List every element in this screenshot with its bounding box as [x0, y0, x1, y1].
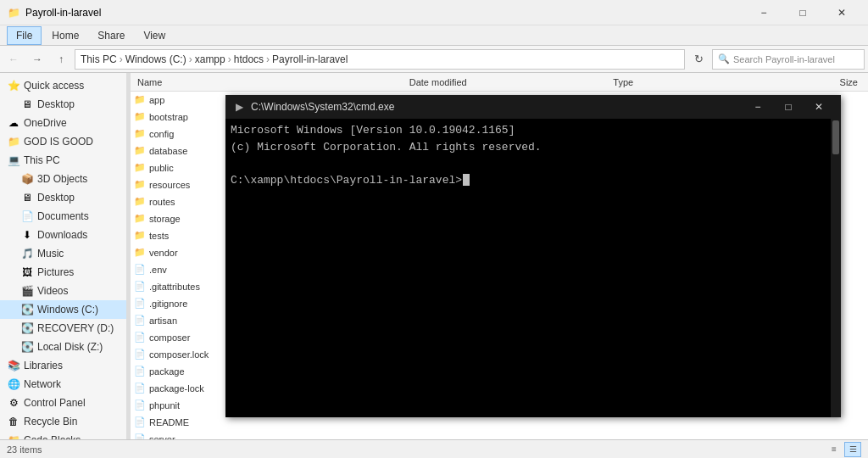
sidebar-item-desktop[interactable]: 🖥Desktop [0, 188, 126, 207]
refresh-button[interactable]: ↻ [688, 49, 709, 70]
sidebar-item-downloads[interactable]: ⬇Downloads [0, 226, 126, 244]
cmd-line-3 [231, 155, 836, 172]
col-header-name[interactable]: Name [134, 77, 409, 87]
windows-c-label: Windows (C:) [37, 304, 98, 316]
window-title: Payroll-in-laravel [25, 7, 744, 19]
file-icon: 📄 [134, 264, 146, 276]
maximize-button[interactable]: □ [783, 0, 822, 25]
ribbon-tab-home[interactable]: Home [43, 26, 87, 45]
search-box[interactable]: 🔍 Search Payroll-in-laravel [712, 49, 865, 70]
sidebar-item-quick-access[interactable]: ⭐Quick access [0, 76, 126, 95]
sidebar-item-recovery-d[interactable]: 💽RECOVERY (D:) [0, 319, 126, 338]
sidebar-item-pictures[interactable]: 🖼Pictures [0, 263, 126, 282]
sidebar-item-god-is-good[interactable]: 📁GOD IS GOOD [0, 132, 126, 151]
music-label: Music [37, 248, 64, 260]
file-row[interactable]: 📄server [131, 431, 868, 439]
file-name-20: 📄server [134, 433, 407, 440]
breadcrumb-xampp[interactable]: xampp [195, 53, 225, 65]
cmd-cursor [463, 174, 470, 186]
control-panel-label: Control Panel [24, 397, 86, 409]
control-panel-icon: ⚙ [7, 396, 20, 410]
breadcrumb-payroll[interactable]: Payroll-in-laravel [272, 53, 348, 65]
sidebar-item-windows-c[interactable]: 💽Windows (C:) [0, 300, 126, 319]
recycle-bin-label: Recycle Bin [24, 416, 77, 427]
downloads-icon: ⬇ [20, 228, 34, 242]
cmd-title-text: C:\Windows\System32\cmd.exe [251, 101, 737, 113]
folder-icon: 📁 [134, 179, 146, 191]
cmd-line-1: Microsoft Windows [Version 10.0.19042.11… [231, 122, 836, 139]
file-icon: 📄 [134, 399, 146, 411]
sidebar-item-desktop-qa[interactable]: 🖥Desktop [0, 95, 126, 114]
address-path[interactable]: This PC › Windows (C:) › xampp › htdocs … [75, 49, 685, 70]
god-is-good-icon: 📁 [7, 135, 20, 148]
item-count: 23 items [7, 444, 42, 455]
file-icon: 📄 [134, 416, 146, 428]
sidebar-item-network[interactable]: 🌐Network [0, 375, 126, 394]
recovery-d-icon: 💽 [20, 321, 34, 335]
sidebar-item-music[interactable]: 🎵Music [0, 244, 126, 263]
sidebar-item-code-blocks[interactable]: 📁Code Blocks [0, 431, 126, 439]
desktop-qa-icon: 🖥 [20, 98, 34, 111]
col-header-type[interactable]: Type [613, 77, 748, 87]
breadcrumb-this-pc[interactable]: This PC [81, 53, 117, 65]
this-pc-label: This PC [24, 154, 60, 166]
folder-icon: 📁 [134, 94, 146, 106]
sidebar-group: ⭐Quick access🖥Desktop☁OneDrive📁GOD IS GO… [0, 73, 126, 439]
sidebar-item-onedrive[interactable]: ☁OneDrive [0, 114, 126, 132]
file-icon: 📄 [134, 433, 146, 440]
documents-icon: 📄 [20, 209, 34, 223]
local-z-icon: 💽 [20, 340, 34, 354]
ribbon-tab-file[interactable]: File [7, 26, 42, 45]
network-label: Network [24, 378, 61, 390]
breadcrumb-htdocs[interactable]: htdocs [234, 53, 264, 65]
file-icon: 📄 [134, 298, 146, 310]
title-bar-buttons: − □ ✕ [744, 0, 861, 25]
up-button[interactable]: ↑ [51, 49, 71, 70]
sidebar-item-control-panel[interactable]: ⚙Control Panel [0, 394, 126, 412]
file-icon: 📄 [134, 315, 146, 327]
back-button[interactable]: ← [3, 49, 24, 70]
documents-label: Documents [37, 210, 89, 222]
quick-access-label: Quick access [24, 80, 84, 92]
cmd-title-buttons: − □ ✕ [743, 96, 834, 118]
3d-objects-icon: 📦 [20, 172, 34, 186]
view-details-button[interactable]: ☰ [844, 442, 861, 457]
folder-icon: 📁 [134, 111, 146, 123]
cmd-close-button[interactable]: ✕ [804, 96, 834, 118]
windows-c-icon: 💽 [20, 303, 34, 316]
view-list-button[interactable]: ≡ [826, 442, 843, 457]
local-z-label: Local Disk (Z:) [37, 341, 103, 353]
videos-label: Videos [37, 285, 68, 297]
sidebar-item-recycle-bin[interactable]: 🗑Recycle Bin [0, 412, 126, 431]
sidebar-item-3d-objects[interactable]: 📦3D Objects [0, 170, 126, 188]
ribbon-tab-share[interactable]: Share [89, 26, 133, 45]
cmd-minimize-button[interactable]: − [743, 96, 773, 118]
pictures-label: Pictures [37, 266, 74, 278]
ribbon: File Home Share View [0, 25, 868, 46]
file-name-19: 📄README [134, 416, 407, 428]
recovery-d-label: RECOVERY (D:) [37, 322, 114, 334]
minimize-button[interactable]: − [744, 0, 783, 25]
file-icon: 📄 [134, 332, 146, 344]
ribbon-tab-view[interactable]: View [135, 26, 174, 45]
cmd-body[interactable]: Microsoft Windows [Version 10.0.19042.11… [225, 119, 841, 417]
cmd-maximize-button[interactable]: □ [773, 96, 804, 118]
sidebar-item-videos[interactable]: 🎬Videos [0, 282, 126, 300]
breadcrumb-windows-c[interactable]: Windows (C:) [125, 53, 186, 65]
sidebar-item-this-pc[interactable]: 💻This PC [0, 151, 126, 170]
sidebar-item-local-z[interactable]: 💽Local Disk (Z:) [0, 338, 126, 356]
cmd-scroll-thumb[interactable] [832, 120, 839, 154]
close-button[interactable]: ✕ [822, 0, 861, 25]
status-bar: 23 items ≡ ☰ [0, 439, 868, 458]
onedrive-icon: ☁ [7, 116, 20, 130]
cmd-scrollbar[interactable] [831, 119, 841, 417]
status-bar-right: ≡ ☰ [826, 442, 861, 457]
col-header-size[interactable]: Size [749, 77, 865, 87]
sidebar: ⭐Quick access🖥Desktop☁OneDrive📁GOD IS GO… [0, 73, 127, 439]
col-header-date[interactable]: Date modified [409, 77, 614, 87]
sidebar-item-documents[interactable]: 📄Documents [0, 207, 126, 226]
forward-button[interactable]: → [27, 49, 47, 70]
title-bar: 📁 Payroll-in-laravel − □ ✕ [0, 0, 868, 25]
sidebar-item-libraries[interactable]: 📚Libraries [0, 356, 126, 375]
downloads-label: Downloads [37, 229, 87, 241]
